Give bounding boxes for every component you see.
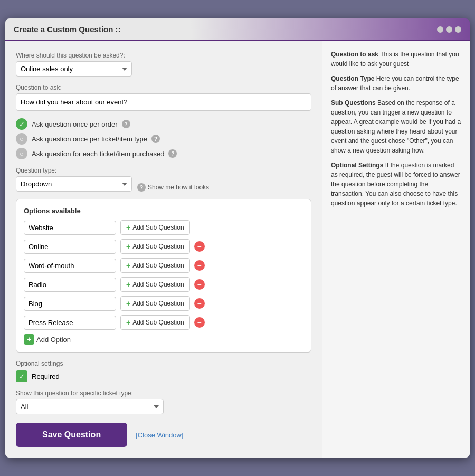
add-option-row: + Add Option <box>24 334 303 345</box>
radio-each-ticket[interactable]: ○ Ask question for each ticket/item purc… <box>16 148 311 159</box>
option-row-blog: + Add Sub Question − <box>24 296 303 311</box>
question-type-label: Question type: <box>16 167 132 174</box>
help-each-ticket-icon: ? <box>168 149 177 158</box>
radio-once-ticket[interactable]: ○ Ask question once per ticket/item type… <box>16 133 311 145</box>
optional-settings-title: Optional settings <box>16 360 311 367</box>
add-option-plus-icon: + <box>24 334 34 345</box>
option-input-press[interactable] <box>24 316 116 330</box>
add-sub-word-button[interactable]: + Add Sub Question <box>120 258 190 273</box>
check-each-ticket-icon: ○ <box>16 148 27 159</box>
right-question-type: Question Type Here you can control the t… <box>331 74 461 93</box>
add-sub-online-button[interactable]: + Add Sub Question <box>120 239 190 254</box>
remove-press-button[interactable]: − <box>194 317 205 328</box>
check-once-ticket-icon: ○ <box>16 133 27 145</box>
plus-icon-website: + <box>126 223 130 232</box>
option-row-online: + Add Sub Question − <box>24 239 303 254</box>
show-me-help-icon: ? <box>137 183 146 192</box>
radio-each-ticket-label: Ask question for each ticket/item purcha… <box>32 150 164 158</box>
required-label: Required <box>32 373 60 380</box>
help-once-ticket-icon: ? <box>151 135 160 143</box>
option-input-radio[interactable] <box>24 278 116 292</box>
remove-word-button[interactable]: − <box>194 260 205 271</box>
add-sub-website-label: Add Sub Question <box>132 224 184 231</box>
question-group: Question to ask: <box>16 84 311 111</box>
question-input[interactable] <box>16 93 311 111</box>
question-type-select[interactable]: Dropdown Text Checkbox <box>16 176 132 192</box>
plus-icon-word: + <box>126 261 130 270</box>
right-sub-q-text: Based on the response of a question, you… <box>331 99 461 154</box>
required-row[interactable]: ✓ Required <box>16 370 311 382</box>
plus-icon-online: + <box>126 242 130 251</box>
where-select[interactable]: Online sales only All sales Box office o… <box>16 61 132 77</box>
optional-settings-group: Optional settings ✓ Required <box>16 360 311 382</box>
add-sub-press-button[interactable]: + Add Sub Question <box>120 315 190 330</box>
options-title: Options available <box>24 207 303 215</box>
modal-header: Create a Custom Question :: <box>5 18 470 41</box>
add-option-button[interactable]: + Add Option <box>24 334 71 345</box>
right-optional: Optional Settings If the question is mar… <box>331 160 461 208</box>
option-input-word[interactable] <box>24 259 116 273</box>
modal-dot-1 <box>437 26 443 33</box>
question-label: Question to ask: <box>16 84 311 91</box>
modal-dot-2 <box>446 26 452 33</box>
plus-icon-blog: + <box>126 299 130 308</box>
option-row-website: + Add Sub Question <box>24 220 303 235</box>
radio-once-order[interactable]: ✓ Ask question once per order ? <box>16 118 311 130</box>
show-me-label: Show me how it looks <box>148 184 209 191</box>
right-q-to-ask-title: Question to ask <box>331 51 378 58</box>
question-type-wrap: Question type: Dropdown Text Checkbox ? … <box>16 167 311 192</box>
right-sub-questions: Sub Questions Based on the response of a… <box>331 98 461 155</box>
ticket-type-select[interactable]: All VIP General Admission <box>16 399 164 414</box>
right-question-to-ask: Question to ask This is the question tha… <box>331 50 461 69</box>
remove-blog-button[interactable]: − <box>194 298 205 309</box>
right-q-type-title: Question Type <box>331 75 374 82</box>
modal-dot-3 <box>455 26 461 33</box>
modal-dots <box>437 26 461 33</box>
add-sub-website-button[interactable]: + Add Sub Question <box>120 220 190 235</box>
question-type-group: Question type: Dropdown Text Checkbox <box>16 167 132 192</box>
add-sub-press-label: Add Sub Question <box>132 319 184 326</box>
plus-icon-radio: + <box>126 280 130 289</box>
radio-once-ticket-label: Ask question once per ticket/item type <box>32 135 147 143</box>
check-once-order-icon: ✓ <box>16 118 27 130</box>
save-button[interactable]: Save Question <box>16 423 127 447</box>
help-once-order-icon: ? <box>122 120 130 128</box>
remove-online-button[interactable]: − <box>194 241 205 252</box>
radio-group: ✓ Ask question once per order ? ○ Ask qu… <box>16 118 311 159</box>
required-checkbox-icon: ✓ <box>16 370 27 382</box>
add-sub-blog-label: Add Sub Question <box>132 300 184 307</box>
close-link[interactable]: [Close Window] <box>136 431 183 439</box>
where-group: Where should this question be asked?: On… <box>16 52 311 77</box>
add-option-label: Add Option <box>36 336 71 344</box>
add-sub-online-label: Add Sub Question <box>132 243 184 250</box>
save-row: Save Question [Close Window] <box>16 423 311 447</box>
add-sub-radio-button[interactable]: + Add Sub Question <box>120 277 190 292</box>
option-input-online[interactable] <box>24 240 116 254</box>
remove-radio-button[interactable]: − <box>194 279 205 290</box>
options-box: Options available + Add Sub Question + A… <box>16 199 311 353</box>
add-sub-word-label: Add Sub Question <box>132 262 184 269</box>
option-row-radio: + Add Sub Question − <box>24 277 303 292</box>
radio-once-order-label: Ask question once per order <box>32 120 118 128</box>
add-sub-blog-button[interactable]: + Add Sub Question <box>120 296 190 311</box>
modal-right: Question to ask This is the question tha… <box>322 41 470 458</box>
option-input-website[interactable] <box>24 221 116 235</box>
modal-left: Where should this question be asked?: On… <box>5 41 322 458</box>
ticket-type-label: Show this question for specific ticket t… <box>16 389 311 397</box>
ticket-type-group: Show this question for specific ticket t… <box>16 389 311 414</box>
option-row-word: + Add Sub Question − <box>24 258 303 273</box>
option-row-press: + Add Sub Question − <box>24 315 303 330</box>
right-optional-title: Optional Settings <box>331 161 383 169</box>
right-sub-q-title: Sub Questions <box>331 99 376 107</box>
option-input-blog[interactable] <box>24 297 116 311</box>
modal-container: Create a Custom Question :: Where should… <box>5 18 470 458</box>
plus-icon-press: + <box>126 318 130 327</box>
modal-body: Where should this question be asked?: On… <box>5 41 470 458</box>
add-sub-radio-label: Add Sub Question <box>132 281 184 288</box>
show-me-button[interactable]: ? Show me how it looks <box>137 183 209 192</box>
where-label: Where should this question be asked?: <box>16 52 311 59</box>
modal-title: Create a Custom Question :: <box>14 25 121 34</box>
